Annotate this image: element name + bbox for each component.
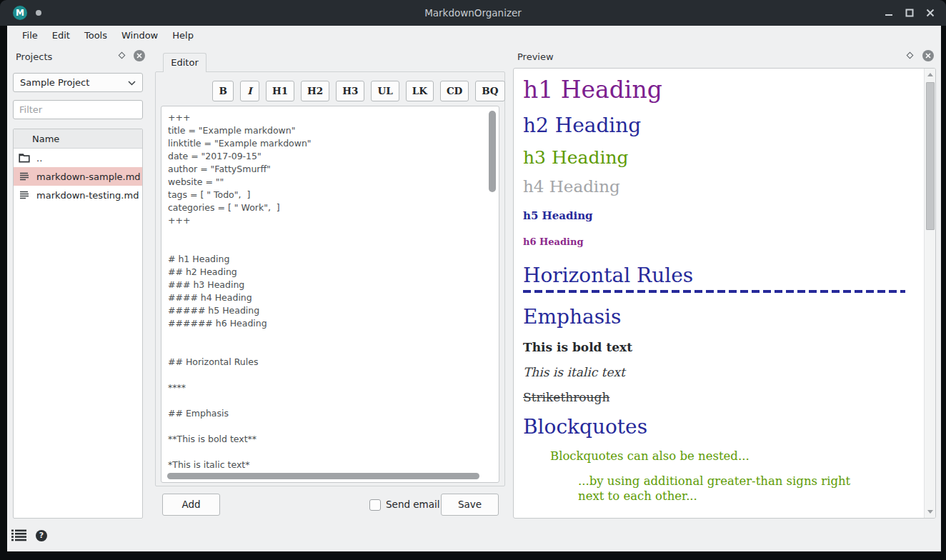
statusbar: ? — [11, 529, 47, 541]
menu-tools[interactable]: Tools — [77, 26, 114, 45]
menu-window[interactable]: Window — [114, 26, 165, 45]
projects-panel-title: Projects — [16, 51, 52, 62]
blockquote-button[interactable]: BQ — [475, 81, 504, 101]
preview-emphasis-heading: Emphasis — [523, 304, 905, 330]
folder-icon — [19, 153, 30, 163]
table-row[interactable]: .. — [14, 149, 142, 167]
project-selector[interactable]: Sample Project — [13, 73, 143, 92]
preview-h2: h2 Heading — [523, 113, 905, 139]
h3-button[interactable]: H3 — [336, 81, 364, 101]
preview-horizontal-rule — [523, 290, 905, 293]
preview-close-icon[interactable] — [922, 50, 934, 61]
bold-button[interactable]: B — [212, 81, 233, 101]
editor-textarea[interactable]: +++ title = "Example markdown" linktitle… — [161, 106, 499, 483]
window-title: MarkdownOrganizer — [0, 0, 946, 26]
preview-blockquote-level1: Blockquotes can also be nested... — [550, 449, 905, 464]
projects-float-icon[interactable] — [119, 52, 126, 59]
table-row[interactable]: markdown-testing.md — [14, 186, 142, 204]
preview-strikethrough-text: Strikethrough — [523, 389, 905, 405]
preview-scrollbar[interactable] — [924, 69, 935, 518]
titlebar: M MarkdownOrganizer — [0, 0, 946, 26]
scroll-down-icon[interactable] — [927, 510, 933, 514]
maximize-button[interactable] — [905, 9, 914, 17]
preview-hr-heading: Horizontal Rules — [523, 263, 905, 289]
menubar: File Edit Tools Window Help — [7, 26, 941, 45]
projects-close-icon[interactable] — [134, 50, 145, 61]
scroll-up-icon[interactable] — [927, 73, 933, 76]
send-email-label: Send email — [386, 499, 440, 510]
tab-editor[interactable]: Editor — [163, 53, 206, 72]
filter-input[interactable] — [13, 100, 143, 119]
preview-h3: h3 Heading — [523, 146, 905, 170]
preview-content: h1 Heading h2 Heading h3 Heading h4 Head… — [514, 69, 924, 518]
minimize-button[interactable] — [885, 9, 893, 17]
preview-blockquote-level2: ...by using additional greater-than sign… — [578, 474, 857, 504]
menu-help[interactable]: Help — [165, 26, 201, 45]
preview-scrollbar-thumb[interactable] — [926, 82, 935, 230]
menu-edit[interactable]: Edit — [45, 26, 77, 45]
file-icon — [19, 190, 30, 200]
file-list-header[interactable]: Name — [14, 129, 142, 149]
ul-button[interactable]: UL — [371, 81, 399, 101]
preview-h1: h1 Heading — [523, 74, 905, 106]
menu-file[interactable]: File — [15, 26, 45, 45]
preview-h5: h5 Heading — [523, 209, 905, 224]
list-icon[interactable] — [11, 529, 26, 541]
add-button[interactable]: Add — [162, 494, 220, 516]
window-body: File Edit Tools Window Help Projects Sam… — [7, 26, 941, 551]
file-list: Name .. markdown-sample.md markdown-test… — [13, 129, 143, 519]
h2-button[interactable]: H2 — [301, 81, 329, 101]
italic-button[interactable]: I — [240, 81, 259, 101]
project-selector-value: Sample Project — [20, 77, 89, 88]
preview-float-icon[interactable] — [907, 52, 914, 59]
preview-h6: h6 Heading — [523, 236, 905, 249]
save-button[interactable]: Save — [441, 494, 499, 516]
preview-bold-text: This is bold text — [523, 339, 905, 355]
file-name: markdown-testing.md — [36, 190, 139, 201]
file-icon — [19, 171, 30, 181]
editor-content[interactable]: +++ title = "Example markdown" linktitle… — [168, 111, 484, 471]
editor-vertical-scrollbar[interactable] — [489, 111, 496, 192]
help-icon[interactable]: ? — [36, 530, 47, 541]
close-button[interactable] — [926, 9, 935, 17]
h1-button[interactable]: H1 — [266, 81, 294, 101]
chevron-down-icon — [128, 81, 136, 86]
markdown-toolbar: B I H1 H2 H3 UL LK CD BQ — [155, 81, 505, 101]
editor-horizontal-scrollbar[interactable] — [167, 473, 479, 479]
preview-pane: h1 Heading h2 Heading h3 Heading h4 Head… — [513, 68, 936, 519]
send-email-checkbox[interactable] — [369, 499, 381, 511]
link-button[interactable]: LK — [406, 81, 434, 101]
code-button[interactable]: CD — [440, 81, 469, 101]
preview-h4: h4 Heading — [523, 176, 905, 198]
preview-blockquotes-heading: Blockquotes — [523, 414, 905, 440]
file-name: .. — [36, 153, 42, 164]
preview-panel-title: Preview — [517, 51, 554, 62]
table-row[interactable]: markdown-sample.md — [14, 167, 142, 186]
file-name: markdown-sample.md — [36, 171, 141, 182]
preview-italic-text: This is italic text — [523, 364, 905, 380]
